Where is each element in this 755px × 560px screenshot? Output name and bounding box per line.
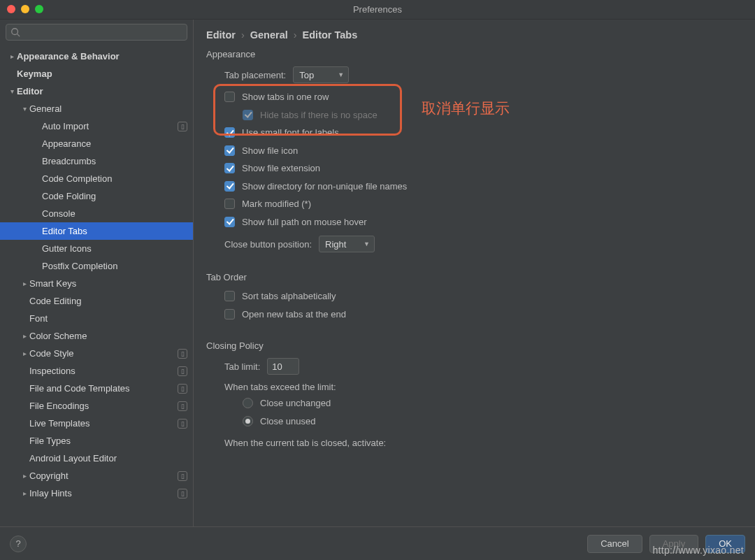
chevron-right-icon: › — [241, 29, 245, 41]
cancel-button[interactable]: Cancel — [587, 535, 642, 553]
minimize-window-icon[interactable] — [21, 5, 29, 13]
zoom-window-icon[interactable] — [35, 5, 43, 13]
close-unused-radio[interactable] — [243, 416, 253, 426]
breadcrumb-item[interactable]: General — [250, 29, 288, 41]
sidebar-item-label: Copyright — [29, 471, 173, 481]
closed-activate-label: When the current tab is closed, activate… — [224, 438, 742, 448]
sidebar-item-label: Code Editing — [29, 296, 187, 306]
sidebar-item-android-layout-editor[interactable]: Android Layout Editor — [0, 450, 193, 467]
tab-placement-label: Tab placement: — [224, 70, 286, 80]
help-button[interactable]: ? — [10, 536, 27, 552]
hide-tabs-no-space-label: Hide tabs if there is no space — [260, 108, 378, 122]
hide-tabs-no-space-checkbox — [243, 110, 253, 120]
sidebar-item-breadcrumbs[interactable]: Breadcrumbs — [0, 152, 193, 170]
sidebar-item-postfix-completion[interactable]: Postfix Completion — [0, 257, 193, 275]
project-scope-icon: ▯ — [178, 471, 187, 481]
sidebar-item-label: Code Style — [29, 348, 173, 359]
dialog-footer: ? Cancel Apply OK — [0, 526, 755, 560]
sidebar-item-label: Auto Import — [42, 121, 173, 131]
chevron-down-icon: ▼ — [338, 71, 344, 78]
show-directory-checkbox[interactable] — [224, 181, 235, 192]
sidebar-item-copyright[interactable]: ▸Copyright▯ — [0, 467, 193, 484]
sidebar-item-label: Android Layout Editor — [29, 453, 187, 464]
search-icon — [10, 27, 20, 37]
sidebar-item-label: Inspections — [29, 366, 173, 376]
sidebar-item-label: Live Templates — [29, 418, 173, 429]
mark-modified-label: Mark modified (*) — [242, 197, 311, 211]
exceed-limit-label: When tabs exceed the limit: — [224, 382, 742, 392]
sidebar-item-general[interactable]: ▾General — [0, 100, 193, 117]
close-unchanged-radio[interactable] — [243, 398, 253, 408]
show-tabs-one-row-label: Show tabs in one row — [242, 90, 329, 104]
sidebar-item-label: Console — [42, 208, 187, 219]
search-input[interactable] — [6, 24, 187, 41]
sidebar-item-code-editing[interactable]: Code Editing — [0, 292, 193, 310]
show-full-path-checkbox[interactable] — [224, 217, 235, 227]
project-scope-icon: ▯ — [178, 366, 187, 376]
watermark-text: http://www.yixao.net — [652, 545, 744, 556]
titlebar: Preferences — [0, 0, 755, 20]
show-file-icon-checkbox[interactable] — [224, 145, 235, 156]
sort-tabs-alpha-checkbox[interactable] — [224, 291, 235, 301]
sidebar-item-label: Breadcrumbs — [42, 156, 187, 166]
sidebar-item-inspections[interactable]: Inspections▯ — [0, 362, 193, 380]
sidebar-item-label: Postfix Completion — [42, 261, 187, 271]
project-scope-icon: ▯ — [178, 384, 187, 394]
tab-limit-value: 10 — [272, 361, 282, 372]
sidebar-item-label: Code Completion — [42, 173, 187, 184]
window-title: Preferences — [353, 4, 402, 15]
open-tabs-end-checkbox[interactable] — [224, 309, 235, 320]
chevron-right-icon: ▸ — [20, 332, 29, 340]
show-tabs-one-row-checkbox[interactable] — [224, 92, 235, 102]
sidebar-item-gutter-icons[interactable]: Gutter Icons — [0, 240, 193, 257]
sidebar-item-console[interactable]: Console — [0, 205, 193, 222]
section-appearance: Appearance — [206, 49, 742, 59]
sidebar-item-appearance-behavior[interactable]: ▸Appearance & Behavior — [0, 48, 193, 65]
breadcrumb-item: Editor Tabs — [303, 29, 358, 41]
close-button-position-select[interactable]: Right ▼ — [319, 236, 375, 252]
chevron-down-icon: ▾ — [7, 87, 17, 95]
sidebar-item-label: Appearance & Behavior — [17, 51, 187, 62]
small-font-checkbox[interactable] — [224, 127, 235, 138]
show-file-ext-checkbox[interactable] — [224, 163, 235, 173]
sort-tabs-alpha-label: Sort tabs alphabetically — [242, 289, 336, 303]
sidebar-item-inlay-hints[interactable]: ▸Inlay Hints▯ — [0, 484, 193, 502]
tab-limit-input[interactable]: 10 — [267, 358, 299, 375]
sidebar-item-label: File and Code Templates — [29, 383, 173, 394]
sidebar-item-label: Code Folding — [42, 191, 187, 201]
sidebar-item-code-style[interactable]: ▸Code Style▯ — [0, 345, 193, 362]
sidebar-item-editor[interactable]: ▾Editor — [0, 82, 193, 100]
sidebar-item-file-types[interactable]: File Types — [0, 432, 193, 450]
sidebar-item-label: File Types — [29, 436, 187, 446]
sidebar-item-label: Color Scheme — [29, 331, 187, 341]
window-controls — [7, 5, 43, 13]
show-full-path-label: Show full path on mouse hover — [242, 215, 367, 229]
mark-modified-checkbox[interactable] — [224, 199, 235, 209]
tab-limit-label: Tab limit: — [224, 361, 260, 372]
chevron-right-icon: ▸ — [20, 489, 29, 497]
sidebar-item-keymap[interactable]: Keymap — [0, 65, 193, 82]
sidebar-item-editor-tabs[interactable]: Editor Tabs — [0, 222, 193, 240]
sidebar-item-font[interactable]: Font — [0, 310, 193, 327]
close-window-icon[interactable] — [7, 5, 15, 13]
sidebar-item-live-templates[interactable]: Live Templates▯ — [0, 415, 193, 432]
tab-placement-value: Top — [299, 70, 314, 80]
sidebar-item-auto-import[interactable]: Auto Import▯ — [0, 117, 193, 135]
sidebar-item-code-folding[interactable]: Code Folding — [0, 187, 193, 205]
sidebar-item-label: General — [29, 103, 187, 114]
sidebar-item-file-encodings[interactable]: File Encodings▯ — [0, 397, 193, 415]
sidebar-item-file-and-code-templates[interactable]: File and Code Templates▯ — [0, 380, 193, 397]
sidebar-item-color-scheme[interactable]: ▸Color Scheme — [0, 327, 193, 345]
chevron-down-icon: ▾ — [20, 105, 29, 113]
breadcrumb-item[interactable]: Editor — [206, 29, 236, 41]
sidebar-item-label: Editor — [17, 86, 187, 96]
sidebar-item-code-completion[interactable]: Code Completion — [0, 170, 193, 187]
chevron-right-icon: ▸ — [20, 472, 29, 480]
close-unchanged-label: Close unchanged — [260, 396, 331, 410]
close-unused-label: Close unused — [260, 415, 316, 429]
sidebar-item-smart-keys[interactable]: ▸Smart Keys — [0, 275, 193, 292]
svg-line-1 — [17, 34, 20, 37]
tab-placement-select[interactable]: Top ▼ — [293, 66, 349, 83]
settings-tree[interactable]: ▸Appearance & BehaviorKeymap▾Editor▾Gene… — [0, 45, 193, 526]
sidebar-item-appearance[interactable]: Appearance — [0, 135, 193, 152]
